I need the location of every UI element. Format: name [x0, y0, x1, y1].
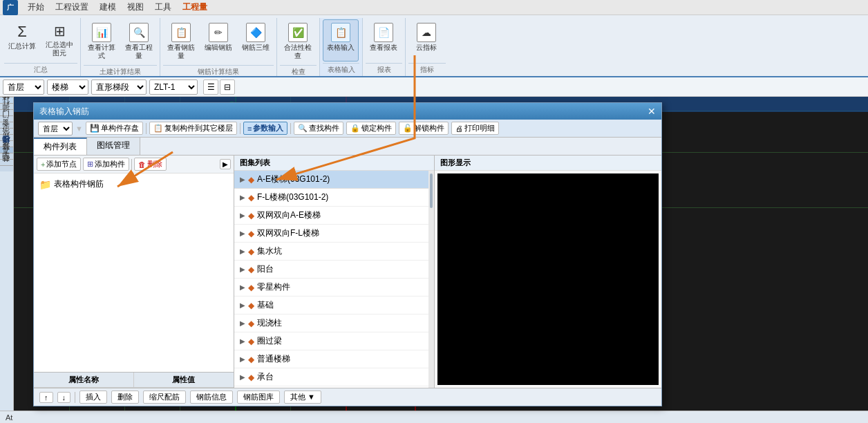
- figure-item-1[interactable]: ▶ ◆ F-L楼梯(03G101-2): [234, 189, 434, 207]
- figure-item-11[interactable]: ▶ ◆ 承台: [234, 368, 434, 386]
- ribbon-label-report: 报表: [366, 63, 402, 76]
- more-btn[interactable]: ▶: [220, 159, 231, 169]
- btn-other[interactable]: 其他 ▼: [284, 391, 321, 404]
- table-input-dialog: 表格输入钢筋 ✕ 首层 ▼ 💾单构件存盘 📋复制构件到其它楼层 ≡参数输入 🔍查…: [33, 102, 662, 406]
- menu-bar: 广 开始 工程设置 建模 视图 工具 工程量: [0, 0, 868, 15]
- ribbon-group-rebar: 📋 查看钢筋量 ✏ 编辑钢筋 🔷 钢筋三维 钢筋计算结果: [160, 18, 277, 76]
- btn-cloud-index[interactable]: ☁ 云指标: [408, 19, 444, 62]
- figure-list-panel: 图集列表 ▶ ◆ A-E楼梯(03G101-2) ▶ ◆ F-L楼梯(03G10…: [234, 156, 435, 388]
- ribbon-label-index: 指标: [408, 63, 446, 76]
- btn-lock-component[interactable]: 🔒锁定构件: [346, 122, 396, 135]
- tab-component-list[interactable]: 构件列表: [34, 138, 87, 155]
- tree-item-root[interactable]: 📁 表格构件钢筋: [37, 176, 231, 192]
- component-type-select[interactable]: 楼梯柱: [47, 79, 88, 95]
- btn-rebar-library[interactable]: 钢筋图库: [237, 391, 280, 404]
- category-tab-wall[interactable]: 墙: [0, 115, 13, 122]
- dialog-bottom-toolbar: ↑ ↓ 插入 删除 缩尺配筋 钢筋信息 钢筋图库 其他 ▼: [34, 388, 661, 406]
- menu-item-view[interactable]: 视图: [122, 0, 149, 15]
- btn-copy-component[interactable]: 📋复制构件到其它楼层: [149, 122, 237, 135]
- btn-param-input[interactable]: ≡参数输入: [243, 122, 287, 135]
- category-tab-foundation[interactable]: 基础: [0, 165, 13, 171]
- ribbon-group-report: 📄 查看报表 报表: [363, 18, 406, 76]
- attr-header-value: 属性值: [134, 373, 234, 388]
- grid-view-btn[interactable]: ☰: [203, 79, 218, 95]
- btn-sum-calc[interactable]: Σ 汇总计算: [4, 19, 40, 62]
- figure-item-8[interactable]: ▶ ◆ 现浇柱: [234, 314, 434, 332]
- btn-view-formula[interactable]: 📊 查看计算式: [84, 19, 120, 64]
- figure-item-4[interactable]: ▶ ◆ 集水坑: [234, 243, 434, 261]
- attr-panel: 属性名称 属性值: [34, 372, 234, 388]
- ribbon-group-index: ☁ 云指标 指标: [406, 18, 449, 76]
- menu-item-start[interactable]: 开始: [22, 0, 50, 15]
- id-select[interactable]: ZLT-1ZLT-2: [149, 79, 198, 95]
- ribbon: Σ 汇总计算 ⊞ 汇总选中图元 汇总 📊 查看计算式: [0, 15, 868, 77]
- category-tab-door[interactable]: 门: [0, 122, 13, 128]
- ribbon-label-summary: 汇总: [4, 63, 77, 76]
- figure-display-header: 图形显示: [435, 156, 661, 171]
- menu-item-settings[interactable]: 工程设置: [50, 0, 94, 15]
- figure-item-2[interactable]: ▶ ◆ 双网双向A-E楼梯: [234, 207, 434, 225]
- btn-insert[interactable]: 插入: [79, 391, 107, 404]
- btn-view-report[interactable]: 📄 查看报表: [366, 19, 402, 62]
- ribbon-group-check: ✅ 合法性检查 检查: [277, 18, 320, 76]
- btn-find-component[interactable]: 🔍查找构件: [294, 122, 343, 135]
- btn-add-component[interactable]: ⊞添加构件: [83, 158, 129, 171]
- category-tab-stair[interactable]: 楼梯: [0, 147, 13, 153]
- figure-item-9[interactable]: ▶ ◆ 圈过梁: [234, 332, 434, 350]
- btn-scale-rebar[interactable]: 缩尺配筋: [143, 391, 186, 404]
- table-view-btn[interactable]: ⊟: [220, 79, 235, 95]
- toolbar-row: 首层二层 楼梯柱 直形梯段螺旋梯段 ZLT-1ZLT-2 ☰ ⊟: [0, 77, 868, 97]
- category-tab-common[interactable]: 常用: [0, 97, 13, 103]
- category-tab-decor[interactable]: 装修: [0, 153, 13, 159]
- btn-edit-rebar[interactable]: ✏ 编辑钢筋: [200, 19, 236, 55]
- dialog-action-toolbar: 首层 ▼ 💾单构件存盘 📋复制构件到其它楼层 ≡参数输入 🔍查找构件 🔒锁定构件: [34, 120, 661, 138]
- category-tab-axis[interactable]: 轴线: [0, 103, 13, 109]
- category-tab-slab[interactable]: 板: [0, 140, 13, 147]
- btn-unlock-component[interactable]: 🔓解锁构件: [399, 122, 449, 135]
- figure-item-5[interactable]: ▶ ◆ 阳台: [234, 261, 434, 279]
- left-panel: +添加节点 ⊞添加构件 🗑删除 ▶ 📁 表格构件钢筋: [34, 156, 234, 388]
- btn-table-input[interactable]: 📋 表格输入: [323, 19, 359, 62]
- figure-item-10[interactable]: ▶ ◆ 普通楼梯: [234, 350, 434, 368]
- btn-print-detail[interactable]: 🖨打印明细: [451, 122, 499, 135]
- category-tab-column[interactable]: 柱: [0, 109, 13, 115]
- attr-header-name: 属性名称: [34, 373, 134, 388]
- figure-item-7[interactable]: ▶ ◆ 基础: [234, 297, 434, 314]
- menu-item-quantity[interactable]: 工程量: [177, 0, 213, 15]
- floor-select[interactable]: 首层二层: [3, 79, 44, 95]
- btn-nav-down[interactable]: ↓: [57, 392, 71, 403]
- btn-view-quantity[interactable]: 🔍 查看工程量: [121, 19, 157, 64]
- right-panel: 图集列表 ▶ ◆ A-E楼梯(03G101-2) ▶ ◆ F-L楼梯(03G10…: [234, 156, 661, 388]
- category-tab-window[interactable]: 窗: [0, 128, 13, 134]
- dialog-title: 表格输入钢筋: [39, 106, 89, 118]
- btn-view-rebar-qty[interactable]: 📋 查看钢筋量: [163, 19, 199, 64]
- menu-item-tools[interactable]: 工具: [149, 0, 177, 15]
- dialog-title-bar: 表格输入钢筋 ✕: [34, 103, 661, 120]
- ribbon-label-rebar: 钢筋计算结果: [163, 65, 274, 78]
- btn-rebar-3d[interactable]: 🔷 钢筋三维: [238, 19, 274, 55]
- btn-single-save[interactable]: 💾单构件存盘: [86, 122, 143, 135]
- ribbon-label-table: 表格输入: [323, 63, 359, 76]
- btn-rebar-info[interactable]: 钢筋信息: [190, 391, 233, 404]
- figure-item-0[interactable]: ▶ ◆ A-E楼梯(03G101-2): [234, 171, 434, 189]
- ribbon-label-civil: 土建计算结果: [84, 65, 157, 78]
- btn-nav-up[interactable]: ↑: [39, 392, 53, 403]
- dialog-floor-select[interactable]: 首层: [38, 122, 73, 135]
- btn-delete-row[interactable]: 删除: [111, 391, 139, 404]
- menu-item-model[interactable]: 建模: [94, 0, 122, 15]
- figure-list-header: 图集列表: [234, 156, 434, 171]
- tab-drawing-mgmt[interactable]: 图纸管理: [87, 138, 140, 155]
- shape-select[interactable]: 直形梯段螺旋梯段: [91, 79, 147, 95]
- category-tab-earth[interactable]: 土方: [0, 159, 13, 165]
- status-bar: At: [0, 411, 868, 423]
- btn-delete[interactable]: 🗑删除: [134, 158, 167, 171]
- dialog-close-btn[interactable]: ✕: [648, 106, 656, 116]
- btn-sum-select[interactable]: ⊞ 汇总选中图元: [41, 19, 77, 62]
- status-text: At: [6, 413, 12, 422]
- figure-item-3[interactable]: ▶ ◆ 双网双向F-L楼梯: [234, 225, 434, 243]
- btn-add-node[interactable]: +添加节点: [37, 158, 81, 171]
- category-tab-beam[interactable]: 梁: [0, 134, 13, 140]
- btn-legal-check[interactable]: ✅ 合法性检查: [280, 19, 316, 64]
- figure-item-6[interactable]: ▶ ◆ 零星构件: [234, 279, 434, 297]
- ribbon-group-table: 📋 表格输入 表格输入: [320, 18, 363, 76]
